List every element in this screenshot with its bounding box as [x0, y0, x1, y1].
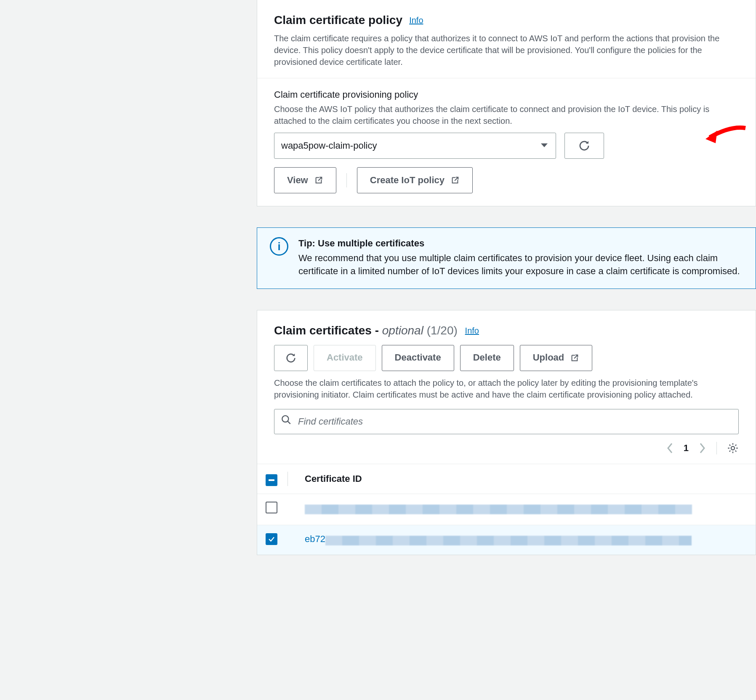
external-link-icon — [570, 353, 579, 363]
activate-label: Activate — [327, 351, 363, 364]
delete-button[interactable]: Delete — [460, 345, 514, 371]
svg-point-0 — [282, 415, 288, 422]
claim-certs-desc: Choose the claim certificates to attach … — [274, 377, 739, 401]
claim-certs-info-link[interactable]: Info — [465, 326, 479, 335]
claim-policy-desc: The claim certificate requires a policy … — [274, 32, 739, 68]
view-button-label: View — [287, 174, 308, 187]
tip-title: Tip: Use multiple certificates — [298, 237, 743, 250]
delete-label: Delete — [473, 351, 501, 364]
external-link-icon — [450, 176, 460, 185]
cert-id-column-header[interactable]: Certificate ID — [296, 464, 756, 494]
upload-label: Upload — [533, 351, 564, 364]
pager-divider — [716, 442, 717, 454]
tip-body: We recommend that you use multiple claim… — [298, 252, 743, 278]
cert-id-redacted: xxxxxxxxxxxxxxxxxxxxxxxxxxxxxxxxxxxxxxxx… — [305, 503, 692, 516]
deactivate-button[interactable]: Deactivate — [382, 345, 454, 371]
info-icon: i — [270, 237, 288, 256]
create-button-label: Create IoT policy — [370, 174, 445, 187]
table-row[interactable]: eb72 xxxxxxxxxxxxxxxxxxxxxxxxxxxxxxxxxxx… — [257, 525, 756, 555]
page-number: 1 — [684, 442, 689, 455]
certificates-table: Certificate ID xxxxxxxxxxxxxxxxxxxxxxxxx… — [257, 464, 756, 555]
refresh-icon — [578, 139, 591, 152]
settings-button[interactable] — [727, 442, 739, 454]
claim-certificates-panel: Claim certificates - optional (1/20) Inf… — [257, 310, 756, 555]
view-policy-button[interactable]: View — [274, 167, 336, 193]
search-input[interactable] — [274, 409, 739, 434]
refresh-policy-button[interactable] — [564, 133, 604, 159]
provisioning-policy-hint: Choose the AWS IoT policy that authorize… — [274, 103, 739, 127]
row-checkbox[interactable] — [266, 502, 277, 513]
refresh-certs-button[interactable] — [274, 345, 308, 371]
select-all-checkbox[interactable] — [266, 474, 277, 486]
claim-policy-info-link[interactable]: Info — [409, 16, 423, 25]
tip-box: i Tip: Use multiple certificates We reco… — [257, 227, 756, 289]
policy-select[interactable]: wapa5pow-claim-policy — [274, 133, 556, 159]
claim-certs-title: Claim certificates - optional (1/20) — [274, 324, 461, 337]
create-iot-policy-button[interactable]: Create IoT policy — [357, 167, 473, 193]
cert-id-redacted: xxxxxxxxxxxxxxxxxxxxxxxxxxxxxxxxxxxxxxxx… — [325, 534, 692, 547]
row-checkbox[interactable] — [266, 533, 277, 545]
deactivate-label: Deactivate — [395, 351, 441, 364]
claim-certs-count: (1/20) — [427, 324, 458, 337]
claim-policy-title: Claim certificate policy — [274, 13, 402, 27]
claim-certs-title-optional: optional — [382, 324, 423, 337]
next-page-button[interactable] — [699, 442, 706, 454]
chevron-down-icon — [540, 139, 548, 152]
button-divider — [346, 173, 347, 187]
claim-certs-title-main: Claim certificates - — [274, 324, 379, 337]
table-row[interactable]: xxxxxxxxxxxxxxxxxxxxxxxxxxxxxxxxxxxxxxxx… — [257, 494, 756, 525]
provisioning-policy-label: Claim certificate provisioning policy — [274, 88, 739, 102]
activate-button: Activate — [314, 345, 376, 371]
svg-point-1 — [731, 446, 735, 450]
cert-id-link[interactable]: eb72 — [305, 534, 325, 544]
external-link-icon — [314, 176, 323, 185]
policy-select-value: wapa5pow-claim-policy — [281, 139, 377, 152]
prev-page-button[interactable] — [666, 442, 673, 454]
claim-policy-panel: Claim certificate policy Info The claim … — [257, 0, 756, 206]
search-icon — [281, 414, 292, 429]
refresh-icon — [285, 352, 297, 364]
upload-button[interactable]: Upload — [520, 345, 593, 371]
